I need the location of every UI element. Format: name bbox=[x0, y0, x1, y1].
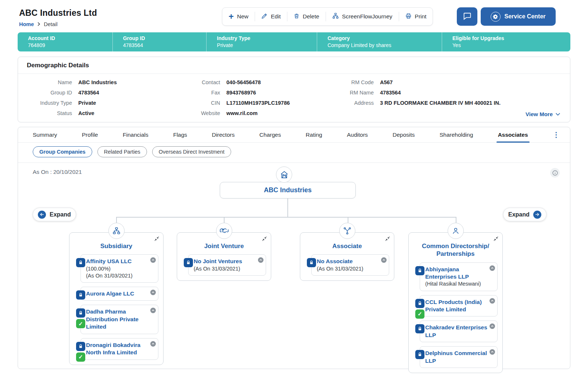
summary-value: 764809 bbox=[28, 42, 112, 48]
branch-items: No Joint Ventures (As On 31/03/2021) bbox=[177, 254, 271, 280]
branch-associate: Associate No Associate (As On 31/03/2021… bbox=[300, 232, 394, 281]
company-sub-text: (Hital Rasikal Meswani) bbox=[425, 280, 488, 287]
tab-directors[interactable]: Directors bbox=[212, 127, 234, 142]
connector-root-stem bbox=[287, 198, 288, 217]
collapse-branch-icon[interactable] bbox=[262, 236, 267, 243]
connector-stub-joint-venture bbox=[224, 217, 225, 223]
field-value: A567 bbox=[380, 79, 393, 85]
verified-check-icon: ✓ bbox=[76, 352, 85, 362]
plus-icon: + bbox=[229, 13, 234, 20]
delete-button[interactable]: Delete bbox=[287, 8, 326, 25]
arrow-left-icon bbox=[38, 211, 46, 219]
subtab-related-parties[interactable]: Related Parties bbox=[97, 146, 147, 157]
company-link[interactable]: Dadha Pharma Distribution Private Limite… bbox=[86, 308, 149, 330]
tab-bar: Summary Profile Financials Flags Directo… bbox=[18, 127, 570, 143]
collapse-branch-icon[interactable] bbox=[385, 236, 390, 243]
collapse-node-icon[interactable] bbox=[381, 257, 387, 263]
summary-label: Industry Type bbox=[217, 35, 317, 41]
tab-charges[interactable]: Charges bbox=[259, 127, 281, 142]
lock-icon bbox=[76, 258, 85, 267]
info-icon[interactable] bbox=[550, 168, 560, 178]
chat-button[interactable] bbox=[457, 7, 477, 26]
company-sub-text: (As On 31/03/2021) bbox=[194, 265, 257, 272]
tab-financials[interactable]: Financials bbox=[123, 127, 148, 142]
collapse-branch-icon[interactable] bbox=[154, 236, 159, 243]
expand-right-label: Expand bbox=[508, 211, 530, 218]
edit-button[interactable]: Edit bbox=[255, 8, 287, 25]
tab-deposits[interactable]: Deposits bbox=[392, 127, 415, 142]
collapse-node-icon[interactable] bbox=[490, 349, 495, 355]
page-title: ABC Industries Ltd bbox=[19, 8, 97, 18]
summary-label: Category bbox=[327, 35, 442, 41]
field-label: Industry Type bbox=[27, 100, 72, 106]
connector-stub-subsidiary bbox=[116, 217, 117, 223]
company-link[interactable]: Abhiyanjana Enterprises LLP bbox=[425, 266, 488, 281]
connector-stub-common-directorship bbox=[456, 217, 456, 223]
summary-value: Private bbox=[217, 42, 317, 48]
field-value: Active bbox=[78, 110, 94, 116]
field-label: RM Code bbox=[324, 79, 374, 85]
lock-icon bbox=[415, 324, 424, 333]
tab-flags[interactable]: Flags bbox=[173, 127, 187, 142]
view-more-link[interactable]: View More bbox=[526, 111, 560, 117]
print-button[interactable]: Print bbox=[399, 8, 433, 25]
print-button-label: Print bbox=[415, 13, 427, 20]
summary-eligible-upgrades: Eligible for Upgrades Yes bbox=[442, 32, 570, 51]
tab-profile[interactable]: Profile bbox=[82, 127, 98, 142]
lock-icon bbox=[76, 308, 85, 318]
collapse-node-icon[interactable] bbox=[490, 298, 495, 304]
collapse-node-icon[interactable] bbox=[150, 257, 156, 263]
summary-label: Eligible for Upgrades bbox=[452, 35, 570, 41]
connector-stub-associate bbox=[348, 217, 348, 223]
demographic-details-body: NameABC Industries Group ID4783564 Indus… bbox=[18, 74, 570, 122]
collapse-node-icon[interactable] bbox=[150, 341, 156, 347]
subtab-group-companies[interactable]: Group Companies bbox=[33, 146, 92, 157]
tab-shareholding[interactable]: Shareholding bbox=[440, 127, 473, 142]
breadcrumb-home-link[interactable]: Home bbox=[19, 21, 34, 27]
tab-auditors[interactable]: Auditors bbox=[347, 127, 368, 142]
company-link[interactable]: Delphinus Commercial LLP bbox=[425, 350, 488, 365]
collapse-node-icon[interactable] bbox=[490, 323, 495, 329]
arrow-right-icon bbox=[533, 211, 541, 219]
collapse-node-icon[interactable] bbox=[490, 265, 495, 271]
screenflowjourney-button[interactable]: ScreenFlowJourney bbox=[326, 8, 399, 25]
printer-icon bbox=[405, 13, 412, 21]
summary-group-id: Group ID 4783564 bbox=[113, 32, 207, 51]
company-node: Chakradev Enterprises LLP bbox=[420, 321, 498, 342]
tab-associates[interactable]: Associates bbox=[498, 127, 528, 142]
tab-summary[interactable]: Summary bbox=[33, 127, 57, 142]
collapse-branch-icon[interactable] bbox=[493, 236, 499, 243]
company-link[interactable]: CCL Products (India) Private Limited bbox=[425, 298, 488, 314]
new-button[interactable]: + New bbox=[222, 8, 255, 25]
root-company-node[interactable]: ABC Industries bbox=[220, 182, 356, 198]
demographics-column-2: Contact040-56456478 Fax8943768976 CINL17… bbox=[175, 79, 324, 116]
more-tabs-icon[interactable]: ⋮ bbox=[553, 127, 560, 142]
expand-right-button[interactable]: Expand bbox=[503, 208, 546, 221]
service-center-button[interactable]: Service Center bbox=[481, 7, 556, 26]
branch-joint-venture: Joint Venture No Joint Ventures (As On 3… bbox=[177, 232, 271, 281]
collapse-node-icon[interactable] bbox=[258, 257, 263, 263]
field-label: CIN bbox=[175, 100, 220, 106]
field-label: Group ID bbox=[27, 90, 72, 96]
placeholder-node: No Joint Ventures (As On 31/03/2021) bbox=[188, 254, 266, 276]
lock-icon bbox=[184, 258, 193, 267]
collapse-node-icon[interactable] bbox=[150, 308, 156, 313]
expand-left-button[interactable]: Expand bbox=[33, 208, 76, 221]
chevron-down-icon bbox=[555, 111, 560, 117]
tab-rating[interactable]: Rating bbox=[306, 127, 322, 142]
company-link[interactable]: Aurora Algae LLC bbox=[86, 290, 149, 297]
company-link[interactable]: Dronagiri Bokadvira North Infra Limited bbox=[86, 341, 149, 357]
placeholder-text: No Associate bbox=[317, 258, 380, 265]
breadcrumb: Home Detail bbox=[19, 21, 57, 27]
lock-icon bbox=[415, 350, 424, 359]
company-link[interactable]: Chakradev Enterprises LLP bbox=[425, 324, 488, 339]
branch-items: Affinity USA LLC (100.00%) (As On 31/03/… bbox=[69, 254, 163, 364]
summary-category: Category Company Limited by shares bbox=[317, 32, 442, 51]
branch-common-directorship: Common Directorship/ Partnerships Abhiya… bbox=[408, 232, 503, 373]
new-button-label: New bbox=[237, 13, 248, 20]
company-link[interactable]: Affinity USA LLC bbox=[86, 258, 149, 265]
field-label: Contact bbox=[175, 79, 220, 85]
subtab-overseas-direct-investment[interactable]: Overseas Direct Investment bbox=[152, 146, 231, 157]
page-header: ABC Industries Ltd Home Detail + New Edi… bbox=[0, 0, 588, 32]
collapse-node-icon[interactable] bbox=[150, 290, 156, 295]
